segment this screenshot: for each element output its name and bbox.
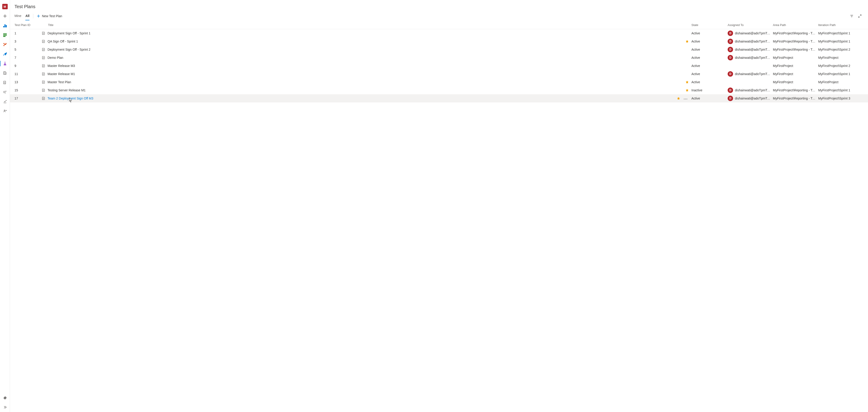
avatar: D: [727, 47, 733, 52]
cell-title[interactable]: Master Test Plan: [42, 80, 691, 84]
cell-assigned: Ddishainwati@adoTpmTenan: [727, 31, 773, 36]
sidebar-people[interactable]: [1, 107, 9, 115]
assignee-name: dishainwati@adoTpmTenan: [735, 97, 770, 100]
testplan-icon: [42, 64, 45, 68]
project-badge: M: [2, 4, 8, 9]
project-switcher[interactable]: M: [1, 3, 9, 10]
filter-icon: [850, 14, 854, 18]
sidebar-boards[interactable]: [1, 31, 9, 39]
cell-iteration: MyFirstProject\Sprint 1: [818, 89, 864, 92]
avatar: D: [727, 39, 733, 44]
sidebar-overview[interactable]: [1, 22, 9, 29]
cell-title[interactable]: Deployment Sign Off - Sprint 2: [42, 48, 691, 51]
runs-icon: [3, 90, 7, 94]
table-row[interactable]: 11Master Release M1ActiveDdishainwati@ad…: [10, 70, 868, 78]
boards-icon: [3, 33, 7, 37]
sidebar-expand[interactable]: [1, 404, 9, 411]
title-text[interactable]: QA Sign Off - Sprint 1: [48, 40, 78, 43]
cell-state: Active: [691, 48, 727, 51]
cell-title[interactable]: Demo Plan: [42, 56, 691, 60]
new-test-plan-button[interactable]: New Test Plan: [37, 14, 62, 18]
cell-id: 3: [14, 40, 42, 43]
sidebar-testplans[interactable]: [1, 60, 9, 67]
title-text[interactable]: Testing Server Release M1: [48, 89, 86, 92]
cell-title[interactable]: QA Sign Off - Sprint 1: [42, 40, 691, 43]
table-row[interactable]: 3QA Sign Off - Sprint 1ActiveDdishainwat…: [10, 37, 868, 45]
sidebar-runs[interactable]: [1, 89, 9, 96]
table-row[interactable]: 9Master Release M3ActiveMyFirstProjectMy…: [10, 62, 868, 70]
avatar: D: [727, 31, 733, 36]
sidebar-repos[interactable]: [1, 41, 9, 48]
cell-state: Active: [691, 72, 727, 76]
cell-id: 1: [14, 31, 42, 35]
fullscreen-icon: [858, 14, 862, 18]
assignee-name: dishainwati@adoTpmTenan: [735, 31, 770, 35]
cell-assigned: Ddishainwati@adoTpmTenan: [727, 71, 773, 77]
cell-iteration: MyFirstProject\Sprint 1: [818, 40, 864, 43]
gear-icon: [3, 396, 7, 400]
cell-iteration: MyFirstProject: [818, 80, 864, 84]
left-sidebar: M: [0, 0, 10, 412]
cell-area: MyFirstProject\Reporting - Team: [773, 31, 818, 35]
table-row[interactable]: 15Testing Server Release M1InactiveDdish…: [10, 86, 868, 94]
col-title[interactable]: Title: [42, 23, 691, 27]
table-row[interactable]: 1Deployment Sign Off - Sprint 1ActiveDdi…: [10, 29, 868, 37]
cell-state: Active: [691, 97, 727, 100]
star-icon[interactable]: [685, 40, 689, 43]
avatar: D: [727, 71, 733, 77]
cell-assigned: Ddishainwati@adoTpmTenan: [727, 47, 773, 52]
star-icon[interactable]: [685, 80, 689, 84]
svg-point-4: [687, 99, 687, 100]
table-row[interactable]: 13Master Test PlanActiveMyFirstProjectMy…: [10, 78, 868, 86]
fullscreen-button[interactable]: [856, 12, 864, 20]
cell-state: Active: [691, 31, 727, 35]
table-row[interactable]: 5Deployment Sign Off - Sprint 2ActiveDdi…: [10, 45, 868, 54]
table-row[interactable]: 17Team 2 Deployment Sign Off M3ActiveDdi…: [10, 94, 868, 102]
filter-button[interactable]: [848, 12, 855, 20]
cell-title[interactable]: Testing Server Release M1: [42, 89, 691, 92]
sidebar-pipelines[interactable]: [1, 50, 9, 58]
cell-title[interactable]: Deployment Sign Off - Sprint 1: [42, 31, 691, 35]
cell-area: MyFirstProject\Reporting - Team: [773, 40, 818, 43]
testplan-icon: [42, 72, 45, 76]
col-assigned[interactable]: Assigned To: [727, 23, 773, 27]
title-text[interactable]: Master Release M3: [48, 64, 75, 68]
title-text[interactable]: Deployment Sign Off - Sprint 1: [48, 31, 91, 35]
title-text[interactable]: Deployment Sign Off - Sprint 2: [48, 48, 91, 51]
tab-mine[interactable]: Mine: [14, 12, 21, 20]
expand-icon: [3, 406, 7, 409]
cell-area: MyFirstProject\Reporting - Team: [773, 97, 818, 100]
title-text[interactable]: Demo Plan: [48, 56, 63, 60]
star-icon[interactable]: [685, 89, 689, 92]
sidebar-progress[interactable]: [1, 79, 9, 86]
toolbar-separator: [33, 14, 33, 18]
artifacts-icon: [3, 71, 7, 75]
tab-all[interactable]: All: [25, 12, 29, 20]
cell-id: 15: [14, 89, 42, 92]
cell-iteration: MyFirstProject\Sprint 2: [818, 64, 864, 68]
col-iteration[interactable]: Iteration Path: [818, 23, 864, 27]
people-icon: [3, 109, 7, 113]
sidebar-artifacts[interactable]: [1, 69, 9, 77]
col-state[interactable]: State: [691, 23, 727, 27]
table-row[interactable]: 7Demo PlanActiveDdishainwati@adoTpmTenan…: [10, 54, 868, 62]
load-icon: [3, 100, 7, 103]
title-text[interactable]: Master Test Plan: [48, 80, 71, 84]
col-area[interactable]: Area Path: [773, 23, 818, 27]
sidebar-load[interactable]: [1, 98, 9, 105]
cell-assigned: Ddishainwati@adoTpmTenan: [727, 96, 773, 101]
title-text[interactable]: Team 2 Deployment Sign Off M3: [48, 97, 93, 100]
cell-title[interactable]: Master Release M3: [42, 64, 691, 68]
cell-state: Active: [691, 64, 727, 68]
title-text[interactable]: Master Release M1: [48, 72, 75, 76]
cell-title[interactable]: Team 2 Deployment Sign Off M3: [42, 97, 691, 100]
avatar: D: [727, 55, 733, 60]
col-id[interactable]: Test Plan ID: [14, 23, 42, 27]
star-icon[interactable]: [677, 97, 680, 100]
cell-assigned: Ddishainwati@adoTpmTenan: [727, 39, 773, 44]
cell-title[interactable]: Master Release M1: [42, 72, 691, 76]
more-actions[interactable]: [682, 97, 689, 100]
sidebar-new[interactable]: [1, 12, 9, 20]
sidebar-settings[interactable]: [1, 394, 9, 401]
assignee-name: dishainwati@adoTpmTenan: [735, 89, 770, 92]
